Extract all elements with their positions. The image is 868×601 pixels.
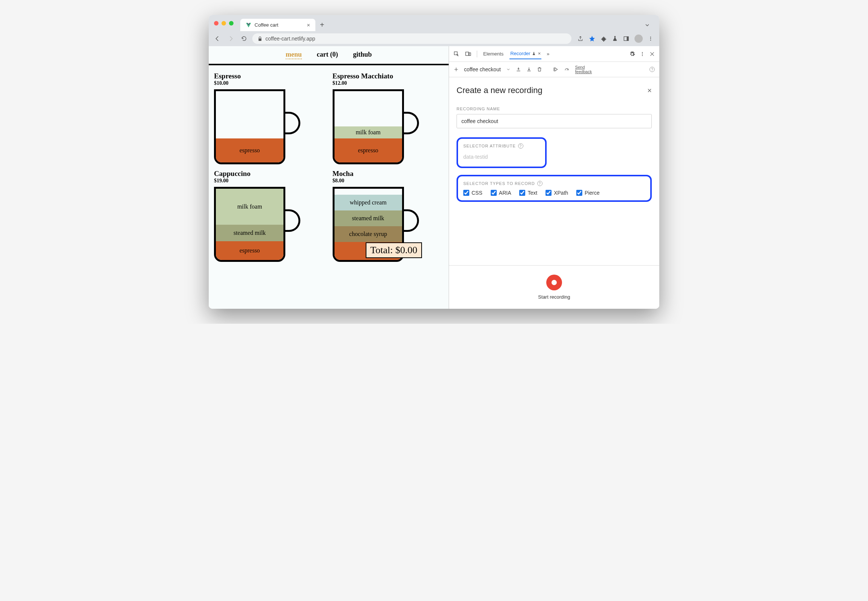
profile-avatar-icon[interactable] bbox=[634, 35, 643, 43]
checkbox-css[interactable]: CSS bbox=[463, 190, 483, 196]
selector-attribute-input[interactable] bbox=[463, 151, 540, 162]
cup-layer: espresso bbox=[216, 241, 283, 260]
product-price: $19.00 bbox=[214, 178, 325, 184]
flask-icon bbox=[532, 51, 536, 56]
help-icon[interactable]: ? bbox=[518, 143, 523, 149]
cup-layer: milk foam bbox=[335, 127, 402, 139]
speed-icon[interactable] bbox=[564, 67, 570, 72]
selector-attribute-highlight: SELECTOR ATTRIBUTE ? bbox=[457, 137, 547, 168]
tab-close-icon[interactable]: × bbox=[307, 22, 310, 28]
tab-recorder[interactable]: Recorder × bbox=[509, 49, 541, 59]
product-name: Cappuccino bbox=[214, 169, 325, 178]
browser-tab[interactable]: Coffee cart × bbox=[240, 19, 315, 31]
cup-layer: whipped cream bbox=[335, 195, 402, 211]
recording-name-input[interactable] bbox=[457, 114, 652, 128]
nav-cart[interactable]: cart (0) bbox=[317, 50, 338, 59]
checkbox-pierce[interactable]: Pierce bbox=[576, 190, 599, 196]
device-toolbar-icon[interactable] bbox=[465, 51, 472, 57]
more-tabs-icon[interactable]: » bbox=[547, 51, 549, 56]
product-price: $10.00 bbox=[214, 80, 325, 86]
form-close-icon[interactable]: × bbox=[647, 86, 652, 95]
browser-window: Coffee cart × + coffee-cart.netlify.app bbox=[209, 15, 659, 309]
cup-layer: espresso bbox=[216, 139, 283, 162]
svg-point-3 bbox=[650, 38, 651, 39]
maximize-window-button[interactable] bbox=[229, 21, 234, 26]
svg-point-9 bbox=[642, 53, 643, 54]
selector-attribute-label: SELECTOR ATTRIBUTE bbox=[463, 144, 516, 148]
gear-icon[interactable] bbox=[629, 51, 635, 57]
tabs-overflow-icon[interactable] bbox=[640, 22, 654, 28]
flask-icon[interactable] bbox=[612, 36, 618, 42]
side-panel-icon[interactable] bbox=[623, 36, 629, 42]
address-bar: coffee-cart.netlify.app bbox=[209, 31, 659, 46]
kebab-menu-icon[interactable] bbox=[648, 36, 653, 41]
cup-layer: chocolate syrup bbox=[335, 226, 402, 242]
vue-favicon-icon bbox=[246, 22, 252, 28]
cup-layer: steamed milk bbox=[335, 211, 402, 226]
devtools-panel: Elements Recorder × » bbox=[449, 46, 659, 309]
traffic-lights bbox=[214, 21, 234, 26]
devtools-tabs: Elements Recorder × » bbox=[449, 46, 659, 62]
tab-elements[interactable]: Elements bbox=[483, 49, 504, 59]
product-grid: Espresso$10.00espressoEspresso Macchiato… bbox=[209, 65, 449, 268]
form-title: Create a new recording bbox=[457, 85, 542, 95]
inspect-element-icon[interactable] bbox=[454, 51, 460, 57]
coffee-cup: espresso bbox=[214, 89, 300, 164]
tab-strip: Coffee cart × + bbox=[209, 15, 659, 31]
cup-layer: milk foam bbox=[216, 189, 283, 225]
page-nav: menu cart (0) github bbox=[209, 46, 449, 65]
export-icon[interactable] bbox=[516, 67, 521, 72]
product-name: Espresso bbox=[214, 72, 325, 80]
chevron-down-icon[interactable] bbox=[506, 67, 510, 72]
checkbox-aria[interactable]: ARIA bbox=[491, 190, 511, 196]
back-button[interactable] bbox=[212, 35, 222, 43]
extensions-icon[interactable] bbox=[601, 36, 607, 42]
cup-layer: steamed milk bbox=[216, 225, 283, 241]
new-tab-button[interactable]: + bbox=[315, 21, 329, 29]
product-card[interactable]: Espresso$10.00espresso bbox=[214, 72, 325, 164]
selector-types-highlight: SELECTOR TYPES TO RECORD ? CSS ARIA Text… bbox=[457, 175, 652, 202]
cup-layer: espresso bbox=[335, 139, 402, 162]
svg-point-4 bbox=[650, 40, 651, 41]
step-play-icon[interactable] bbox=[553, 67, 559, 72]
nav-menu[interactable]: menu bbox=[286, 50, 302, 59]
delete-icon[interactable] bbox=[537, 67, 542, 72]
svg-point-2 bbox=[650, 37, 651, 38]
help-icon[interactable]: ? bbox=[537, 181, 542, 186]
checkbox-xpath[interactable]: XPath bbox=[546, 190, 568, 196]
product-card[interactable]: Espresso Macchiato$12.00milk foamespress… bbox=[333, 72, 444, 164]
add-recording-icon[interactable] bbox=[454, 67, 459, 72]
url-text: coffee-cart.netlify.app bbox=[266, 36, 315, 42]
product-name: Espresso Macchiato bbox=[333, 72, 444, 80]
kebab-menu-icon[interactable] bbox=[640, 51, 645, 56]
import-icon[interactable] bbox=[526, 67, 532, 72]
recorder-toolbar: coffee checkout bbox=[449, 62, 659, 77]
recorder-footer: Start recording bbox=[449, 265, 659, 309]
product-name: Mocha bbox=[333, 169, 444, 178]
tab-close-icon[interactable]: × bbox=[538, 50, 541, 56]
checkbox-text[interactable]: Text bbox=[519, 190, 537, 196]
svg-point-10 bbox=[642, 55, 643, 55]
help-icon[interactable]: ? bbox=[649, 67, 655, 72]
nav-github[interactable]: github bbox=[353, 50, 372, 59]
svg-rect-7 bbox=[469, 52, 471, 55]
lock-icon bbox=[258, 37, 263, 41]
flow-name: coffee checkout bbox=[464, 66, 501, 72]
selector-types-label: SELECTOR TYPES TO RECORD bbox=[463, 181, 535, 186]
cart-total-overlay[interactable]: Total: $0.00 bbox=[366, 243, 422, 258]
product-card[interactable]: Cappuccino$19.00milk foamsteamed milkesp… bbox=[214, 169, 325, 262]
minimize-window-button[interactable] bbox=[222, 21, 226, 26]
coffee-cup: milk foamsteamed milkespresso bbox=[214, 187, 300, 262]
devtools-close-icon[interactable] bbox=[649, 51, 655, 56]
bookmark-star-icon[interactable] bbox=[589, 35, 596, 42]
close-window-button[interactable] bbox=[214, 21, 219, 26]
forward-button[interactable] bbox=[226, 35, 236, 43]
coffee-cup: milk foamespresso bbox=[333, 89, 419, 164]
start-recording-button[interactable] bbox=[546, 275, 562, 290]
product-price: $8.00 bbox=[333, 178, 444, 184]
share-icon[interactable] bbox=[578, 36, 584, 42]
reload-button[interactable] bbox=[240, 35, 249, 43]
url-input[interactable]: coffee-cart.netlify.app bbox=[252, 34, 572, 44]
send-feedback-link[interactable]: Send feedback bbox=[575, 65, 594, 74]
product-card[interactable]: Mocha$8.00whipped creamsteamed milkchoco… bbox=[333, 169, 444, 262]
